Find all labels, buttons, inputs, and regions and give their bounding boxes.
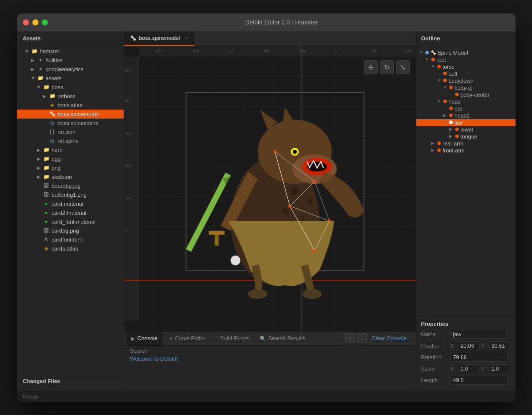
outline-item-jewel[interactable]: ▶ jewel (416, 126, 516, 133)
tree-item-png[interactable]: ▶ 📁 png (17, 163, 124, 172)
scale-tool-button[interactable]: ⤡ (396, 60, 410, 74)
tree-label-boss-atlas: boss.atlas (58, 102, 83, 108)
tree-item-cardfont[interactable]: A cardfont.font (17, 235, 124, 244)
tree-label-rat-spine: rat.spine (58, 138, 79, 144)
tree-item-buttonbg[interactable]: 🖼 buttonbg1.png (17, 190, 124, 199)
folder-icon-hamster: 📁 (31, 48, 38, 55)
tree-item-cards-atlas[interactable]: ◈ cards.atlas (17, 244, 124, 253)
spine-icon-boss: 🦴 (49, 111, 56, 118)
tab-build-errors[interactable]: ! Build Errors (211, 332, 254, 345)
tree-item-card2-material[interactable]: ● card2.material (17, 208, 124, 217)
tree-item-cardbg[interactable]: 🖼 cardbg.png (17, 226, 124, 235)
app-window: Defold Editor 2.0 - Hamster Assets ▼ 📁 h… (17, 13, 516, 402)
console-search-label: Search (130, 348, 410, 354)
outline-item-spine-model[interactable]: ▼ 🦴 Spine Model (416, 49, 516, 56)
tree-item-boss-spinescene[interactable]: ◷ boss.spinescene (17, 119, 124, 128)
outline-item-rear-arm[interactable]: ▶ rear arm (416, 140, 516, 147)
tab-icon-bone: 🦴 (130, 35, 136, 41)
tab-curve-editor[interactable]: ↗ Curve Editor (164, 332, 210, 345)
prop-label-scale: Scale (421, 366, 450, 372)
outline-arrow-jewel: ▶ (449, 127, 455, 132)
viewport-tools: ✛ ↻ ⤡ (364, 60, 410, 74)
tree-label-boardbg: boardbg.jpg (52, 183, 81, 189)
prop-input-scale-x[interactable] (459, 364, 480, 373)
prop-input-pos-x[interactable] (459, 341, 480, 350)
prop-input-rotation[interactable] (450, 353, 508, 362)
minimize-button[interactable] (32, 19, 38, 25)
spine-icon-rat: ◷ (49, 138, 56, 144)
outline-arrow-bodyup: ▼ (443, 85, 449, 90)
character-svg (142, 59, 413, 319)
move-tool-button[interactable]: ✛ (364, 60, 378, 74)
tab-close-button[interactable]: × (185, 35, 188, 41)
prop-x-label-scale: X (450, 366, 457, 372)
prop-input-name[interactable] (450, 330, 508, 339)
folder-icon-assets: 📁 (37, 75, 44, 82)
outline-item-head2[interactable]: ▶ head2 (416, 112, 516, 119)
maximize-button[interactable] (42, 19, 48, 25)
viewport[interactable]: -500 -400 -300 -200 -100 0 100 200 500 4… (124, 46, 416, 331)
tree-item-rat-spine[interactable]: ◷ rat.spine (17, 137, 124, 145)
prop-input-length[interactable] (450, 376, 508, 385)
tree-item-rat-json[interactable]: { } rat.json (17, 128, 124, 137)
tree-item-boss[interactable]: ▼ 📁 boss (17, 83, 124, 92)
outline-item-ear[interactable]: ear (416, 105, 516, 112)
tree-item-card-font-material[interactable]: ● card_font.material (17, 217, 124, 226)
outline-dot-front-arm (437, 148, 441, 152)
ruler-label-left-500: 500 (125, 69, 132, 73)
outline-label-spine-model: Spine Model (438, 50, 468, 56)
tab-console[interactable]: ▶ Console (126, 332, 163, 345)
tree-label-hero: hero (52, 147, 63, 153)
tab-boss-spinemodel[interactable]: 🦴 boss.spinemodel × (124, 31, 194, 46)
outline-item-body-center[interactable]: body-center (416, 91, 516, 98)
outline-label-jaw: jaw (455, 120, 463, 126)
tree-item-card-material[interactable]: ● card.material (17, 199, 124, 208)
outline-item-front-arm[interactable]: ▶ front arm (416, 147, 516, 154)
tab-search-results[interactable]: 🔍 Search Results (255, 332, 311, 345)
changed-files-section: Changed Files (17, 375, 124, 391)
tree-item-boss-atlas[interactable]: ◈ boss.atlas (17, 101, 124, 110)
tree-item-hamster[interactable]: ▼ 📁 hamster (17, 47, 124, 56)
outline-item-bodydown[interactable]: ▼ bodydown (416, 77, 516, 84)
outline-item-root[interactable]: ▼ root (416, 56, 516, 63)
tree-item-ratboss[interactable]: ▶ 📁 ratboss (17, 92, 124, 101)
atlas-icon-boss: ◈ (49, 102, 56, 109)
rotate-tool-button[interactable]: ↻ (380, 60, 394, 74)
ruler-label-n300: -300 (226, 49, 234, 53)
outline-item-belt[interactable]: belt (416, 70, 516, 77)
outline-item-tongue[interactable]: ▶ tongue (416, 133, 516, 140)
outline-item-head[interactable]: ▼ head (416, 98, 516, 105)
clear-console-button[interactable]: Clear Console (369, 334, 410, 342)
nav-prev-button[interactable]: ‹ (345, 333, 355, 343)
character-foot-right (302, 289, 322, 299)
outline-arrow-rear-arm: ▶ (431, 141, 437, 145)
outline-arrow-head2: ▶ (443, 113, 449, 118)
tree-label-cards-atlas: cards.atlas (52, 246, 78, 252)
tree-item-boss-spinemodel[interactable]: 🦴 boss.spinemodel (17, 110, 124, 119)
nav-next-button[interactable]: › (357, 333, 367, 343)
close-button[interactable] (23, 19, 29, 25)
outline-dot-head2 (449, 114, 453, 117)
tree-item-boardbg[interactable]: 🖼 boardbg.jpg (17, 181, 124, 190)
ruler-label-n200: -200 (263, 49, 271, 53)
prop-input-pos-y[interactable] (490, 341, 511, 350)
character-area (142, 59, 413, 319)
tree-item-ogg[interactable]: ▶ 📁 ogg (17, 154, 124, 163)
outline-item-torse[interactable]: ▼ torse (416, 63, 516, 70)
search-results-tab-label: Search Results (268, 335, 306, 341)
outline-item-jaw[interactable]: ▼ jaw (416, 119, 516, 126)
tree-item-assets[interactable]: ▼ 📁 assets (17, 74, 124, 83)
prop-x-label-position: X (450, 343, 457, 349)
tree-item-skeleton[interactable]: ▶ 📁 skeleton (17, 172, 124, 181)
tree-item-builtins[interactable]: ▶ ✦ builtins (17, 56, 124, 65)
tree-item-hero[interactable]: ▶ 📁 hero (17, 145, 124, 154)
outline-label-front-arm: front arm (443, 147, 465, 153)
prop-input-scale-y[interactable] (490, 364, 511, 373)
image-icon-buttonbg: 🖼 (43, 191, 50, 198)
tree-item-googleanalytics[interactable]: ▶ ✦ googleanalytics (17, 65, 124, 74)
outline-item-bodyup[interactable]: ▼ bodyup (416, 84, 516, 91)
outline-label-head2: head2 (455, 113, 470, 119)
tree-label-cardfont: cardfont.font (52, 237, 82, 243)
json-icon-rat: { } (49, 129, 56, 136)
tree-arrow-hamster: ▼ (25, 49, 31, 54)
